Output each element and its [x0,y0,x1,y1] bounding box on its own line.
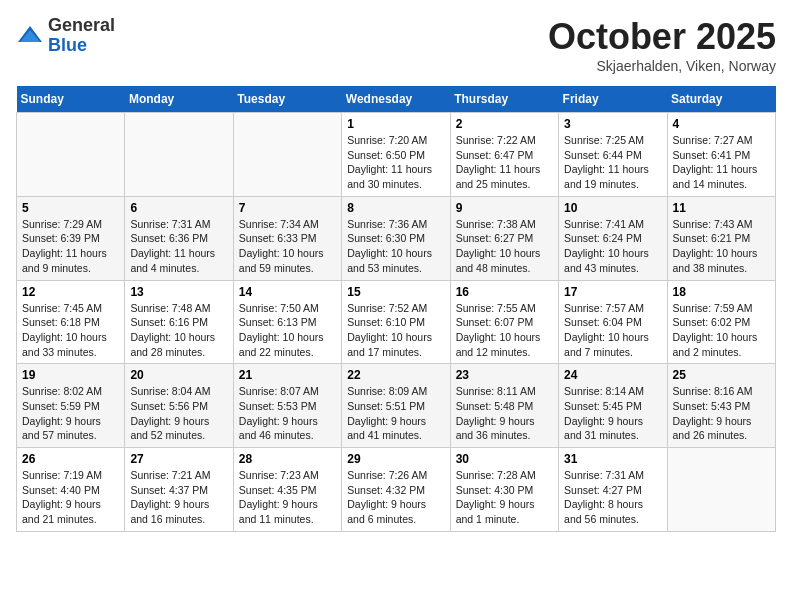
calendar-day-2: 2Sunrise: 7:22 AM Sunset: 6:47 PM Daylig… [450,113,558,197]
day-number: 16 [456,285,553,299]
day-info: Sunrise: 7:31 AM Sunset: 6:36 PM Dayligh… [130,217,227,276]
day-info: Sunrise: 8:04 AM Sunset: 5:56 PM Dayligh… [130,384,227,443]
day-number: 27 [130,452,227,466]
day-info: Sunrise: 7:31 AM Sunset: 4:27 PM Dayligh… [564,468,661,527]
month-title: October 2025 [548,16,776,58]
calendar-week-row: 19Sunrise: 8:02 AM Sunset: 5:59 PM Dayli… [17,364,776,448]
day-number: 24 [564,368,661,382]
logo: General Blue [16,16,115,56]
location: Skjaerhalden, Viken, Norway [548,58,776,74]
column-header-sunday: Sunday [17,86,125,113]
column-header-wednesday: Wednesday [342,86,450,113]
day-info: Sunrise: 7:55 AM Sunset: 6:07 PM Dayligh… [456,301,553,360]
title-block: October 2025 Skjaerhalden, Viken, Norway [548,16,776,74]
calendar-day-25: 25Sunrise: 8:16 AM Sunset: 5:43 PM Dayli… [667,364,775,448]
calendar-empty-cell [125,113,233,197]
day-info: Sunrise: 7:57 AM Sunset: 6:04 PM Dayligh… [564,301,661,360]
day-info: Sunrise: 7:59 AM Sunset: 6:02 PM Dayligh… [673,301,770,360]
calendar-empty-cell [17,113,125,197]
column-header-monday: Monday [125,86,233,113]
day-info: Sunrise: 7:25 AM Sunset: 6:44 PM Dayligh… [564,133,661,192]
column-header-thursday: Thursday [450,86,558,113]
calendar-day-19: 19Sunrise: 8:02 AM Sunset: 5:59 PM Dayli… [17,364,125,448]
day-info: Sunrise: 7:26 AM Sunset: 4:32 PM Dayligh… [347,468,444,527]
day-number: 6 [130,201,227,215]
day-number: 17 [564,285,661,299]
calendar-header-row: SundayMondayTuesdayWednesdayThursdayFrid… [17,86,776,113]
day-info: Sunrise: 7:48 AM Sunset: 6:16 PM Dayligh… [130,301,227,360]
day-number: 26 [22,452,119,466]
calendar-day-3: 3Sunrise: 7:25 AM Sunset: 6:44 PM Daylig… [559,113,667,197]
day-info: Sunrise: 7:45 AM Sunset: 6:18 PM Dayligh… [22,301,119,360]
day-number: 15 [347,285,444,299]
calendar-day-21: 21Sunrise: 8:07 AM Sunset: 5:53 PM Dayli… [233,364,341,448]
day-number: 9 [456,201,553,215]
calendar-day-5: 5Sunrise: 7:29 AM Sunset: 6:39 PM Daylig… [17,196,125,280]
day-info: Sunrise: 7:38 AM Sunset: 6:27 PM Dayligh… [456,217,553,276]
calendar-day-16: 16Sunrise: 7:55 AM Sunset: 6:07 PM Dayli… [450,280,558,364]
day-info: Sunrise: 7:21 AM Sunset: 4:37 PM Dayligh… [130,468,227,527]
calendar-day-31: 31Sunrise: 7:31 AM Sunset: 4:27 PM Dayli… [559,448,667,532]
calendar-day-22: 22Sunrise: 8:09 AM Sunset: 5:51 PM Dayli… [342,364,450,448]
day-info: Sunrise: 8:07 AM Sunset: 5:53 PM Dayligh… [239,384,336,443]
day-number: 19 [22,368,119,382]
day-info: Sunrise: 7:27 AM Sunset: 6:41 PM Dayligh… [673,133,770,192]
calendar-day-28: 28Sunrise: 7:23 AM Sunset: 4:35 PM Dayli… [233,448,341,532]
day-info: Sunrise: 7:36 AM Sunset: 6:30 PM Dayligh… [347,217,444,276]
calendar-day-26: 26Sunrise: 7:19 AM Sunset: 4:40 PM Dayli… [17,448,125,532]
day-number: 18 [673,285,770,299]
day-info: Sunrise: 7:20 AM Sunset: 6:50 PM Dayligh… [347,133,444,192]
day-number: 1 [347,117,444,131]
calendar-day-18: 18Sunrise: 7:59 AM Sunset: 6:02 PM Dayli… [667,280,775,364]
day-info: Sunrise: 7:29 AM Sunset: 6:39 PM Dayligh… [22,217,119,276]
day-info: Sunrise: 8:09 AM Sunset: 5:51 PM Dayligh… [347,384,444,443]
day-number: 22 [347,368,444,382]
day-info: Sunrise: 7:28 AM Sunset: 4:30 PM Dayligh… [456,468,553,527]
day-number: 2 [456,117,553,131]
column-header-saturday: Saturday [667,86,775,113]
calendar-day-15: 15Sunrise: 7:52 AM Sunset: 6:10 PM Dayli… [342,280,450,364]
day-number: 8 [347,201,444,215]
day-info: Sunrise: 7:41 AM Sunset: 6:24 PM Dayligh… [564,217,661,276]
day-info: Sunrise: 7:34 AM Sunset: 6:33 PM Dayligh… [239,217,336,276]
day-number: 21 [239,368,336,382]
calendar-day-30: 30Sunrise: 7:28 AM Sunset: 4:30 PM Dayli… [450,448,558,532]
logo-text: General Blue [48,16,115,56]
day-info: Sunrise: 7:50 AM Sunset: 6:13 PM Dayligh… [239,301,336,360]
calendar-week-row: 1Sunrise: 7:20 AM Sunset: 6:50 PM Daylig… [17,113,776,197]
day-info: Sunrise: 8:14 AM Sunset: 5:45 PM Dayligh… [564,384,661,443]
day-number: 5 [22,201,119,215]
day-number: 29 [347,452,444,466]
calendar-day-6: 6Sunrise: 7:31 AM Sunset: 6:36 PM Daylig… [125,196,233,280]
day-info: Sunrise: 7:22 AM Sunset: 6:47 PM Dayligh… [456,133,553,192]
day-info: Sunrise: 7:43 AM Sunset: 6:21 PM Dayligh… [673,217,770,276]
calendar-day-7: 7Sunrise: 7:34 AM Sunset: 6:33 PM Daylig… [233,196,341,280]
day-info: Sunrise: 7:19 AM Sunset: 4:40 PM Dayligh… [22,468,119,527]
day-number: 10 [564,201,661,215]
day-number: 12 [22,285,119,299]
calendar-day-24: 24Sunrise: 8:14 AM Sunset: 5:45 PM Dayli… [559,364,667,448]
calendar-day-27: 27Sunrise: 7:21 AM Sunset: 4:37 PM Dayli… [125,448,233,532]
day-info: Sunrise: 8:11 AM Sunset: 5:48 PM Dayligh… [456,384,553,443]
calendar-day-8: 8Sunrise: 7:36 AM Sunset: 6:30 PM Daylig… [342,196,450,280]
day-number: 11 [673,201,770,215]
day-number: 13 [130,285,227,299]
day-number: 31 [564,452,661,466]
calendar-day-17: 17Sunrise: 7:57 AM Sunset: 6:04 PM Dayli… [559,280,667,364]
calendar-day-9: 9Sunrise: 7:38 AM Sunset: 6:27 PM Daylig… [450,196,558,280]
calendar-day-1: 1Sunrise: 7:20 AM Sunset: 6:50 PM Daylig… [342,113,450,197]
calendar-table: SundayMondayTuesdayWednesdayThursdayFrid… [16,86,776,532]
day-info: Sunrise: 8:16 AM Sunset: 5:43 PM Dayligh… [673,384,770,443]
calendar-day-23: 23Sunrise: 8:11 AM Sunset: 5:48 PM Dayli… [450,364,558,448]
day-number: 25 [673,368,770,382]
day-info: Sunrise: 7:52 AM Sunset: 6:10 PM Dayligh… [347,301,444,360]
logo-icon [16,22,44,50]
column-header-tuesday: Tuesday [233,86,341,113]
calendar-day-4: 4Sunrise: 7:27 AM Sunset: 6:41 PM Daylig… [667,113,775,197]
day-number: 7 [239,201,336,215]
column-header-friday: Friday [559,86,667,113]
calendar-day-10: 10Sunrise: 7:41 AM Sunset: 6:24 PM Dayli… [559,196,667,280]
calendar-day-20: 20Sunrise: 8:04 AM Sunset: 5:56 PM Dayli… [125,364,233,448]
calendar-empty-cell [233,113,341,197]
day-number: 14 [239,285,336,299]
